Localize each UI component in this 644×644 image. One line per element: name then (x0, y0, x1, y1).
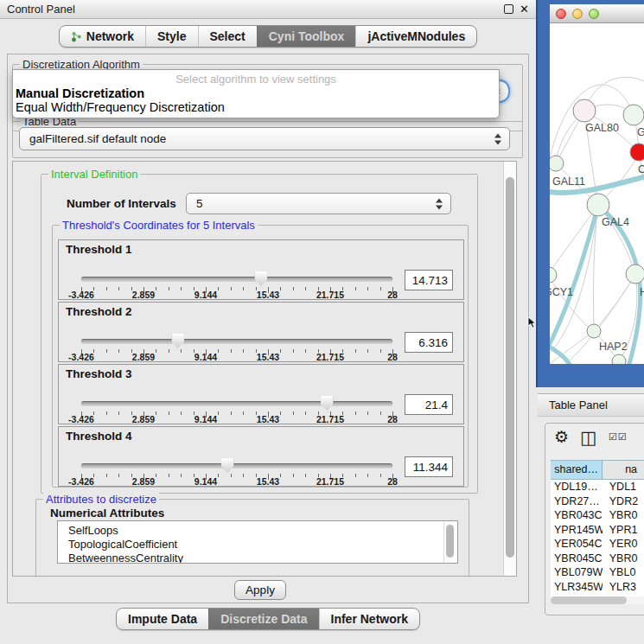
slider-thumb[interactable] (254, 271, 267, 286)
gear-icon[interactable]: ⚙ (554, 429, 569, 445)
bottom-tab-row: Impute DataDiscretize DataInfer Network (0, 608, 536, 630)
algorithm-option-manual-discretization[interactable]: Manual Discretization (13, 86, 499, 100)
network-node-h[interactable] (626, 265, 644, 284)
table-hscrollbar-thumb[interactable] (551, 596, 627, 604)
tab-infer-network[interactable]: Infer Network (319, 609, 419, 629)
cell-shared-name: YBR045C (551, 552, 603, 566)
table-panel: ⚙ ◫ ☑☑ shared… na YDL19…YDL1YDR27…YDR2YB… (545, 423, 644, 615)
cell-shared-name: YDL19… (551, 480, 603, 494)
cell-name: YBL0 (603, 565, 644, 580)
slider-thumb[interactable] (221, 458, 234, 473)
table-row[interactable]: YBR043CYBR0 (551, 508, 644, 523)
cell-shared-name: YPR145W (551, 523, 603, 538)
tab-cyni-toolbox[interactable]: Cyni Toolbox (257, 26, 356, 47)
tick-label: 2.859 (132, 290, 155, 300)
combo-arrows-icon (436, 198, 443, 209)
slider-track[interactable] (81, 277, 392, 282)
node-label: G (637, 126, 644, 138)
minimize-traffic-light-icon[interactable] (572, 9, 583, 19)
table-data-combobox[interactable]: galFiltered.sif default node (19, 127, 510, 150)
list-scrollbar[interactable] (443, 522, 456, 564)
network-node-gcy1[interactable] (550, 267, 557, 283)
tab-style[interactable]: Style (145, 26, 197, 47)
network-node-g[interactable] (623, 105, 644, 125)
table-row[interactable]: YBR045CYBR0 (551, 552, 644, 566)
algorithm-option-equal-width-frequency-discretization[interactable]: Equal Width/Frequency Discretization (13, 100, 499, 114)
apply-button[interactable]: Apply (234, 580, 286, 600)
column-header-shared-name[interactable]: shared… (551, 461, 603, 479)
node-label: GAL4 (602, 216, 629, 228)
close-icon[interactable]: ✕ (520, 5, 529, 13)
table-row[interactable]: YER054CYER0 (551, 537, 644, 552)
close-traffic-light-icon[interactable] (556, 9, 566, 19)
tick-label: 15.43 (257, 352, 279, 362)
tab-discretize-data[interactable]: Discretize Data (208, 609, 318, 629)
tab-label: Style (157, 29, 186, 43)
cell-name: YPR1 (603, 523, 644, 538)
bottom-tabs: Impute DataDiscretize DataInfer Network (116, 608, 420, 630)
tab-network[interactable]: Network (60, 26, 145, 47)
slider-track[interactable] (81, 339, 392, 344)
slider-track[interactable] (81, 401, 392, 406)
tab-impute-data[interactable]: Impute Data (117, 609, 208, 629)
table-row[interactable]: YBL079WYBL0 (551, 565, 644, 580)
table-panel-title: Table Panel (549, 399, 608, 411)
table-row[interactable]: YLR345WYLR3 (551, 580, 644, 595)
threshold-panel-3: Threshold 3-3.4262.8599.14415.4321.71528… (58, 364, 464, 424)
column-header-name[interactable]: na (603, 461, 644, 479)
tab-label: Discretize Data (220, 612, 307, 626)
threshold-slider[interactable] (81, 458, 392, 474)
attribute-item[interactable]: SelfLoops (68, 524, 457, 538)
algorithm-placeholder: Select algorithm to view settings (13, 73, 499, 86)
split-columns-icon[interactable]: ◫ (580, 429, 597, 445)
threshold-slider[interactable] (81, 271, 392, 287)
network-node-gal4[interactable] (587, 194, 609, 216)
slider-thumb[interactable] (321, 396, 334, 411)
threshold-value-field[interactable]: 6.316 (405, 332, 453, 353)
table-row[interactable]: YDR27…YDR2 (551, 494, 644, 509)
tick-label: 21.715 (316, 476, 344, 487)
network-node-c[interactable] (630, 143, 644, 161)
list-scrollbar-thumb[interactable] (446, 525, 454, 558)
tab-select[interactable]: Select (198, 26, 257, 47)
threshold-value-field[interactable]: 21.4 (405, 394, 453, 415)
network-node-gal80[interactable] (573, 99, 596, 122)
tab-label: Network (86, 29, 134, 43)
attribute-item[interactable]: TopologicalCoefficient (68, 538, 457, 552)
cell-shared-name: YDR27… (551, 494, 603, 509)
slider-thumb[interactable] (171, 334, 184, 348)
checkbox-icons[interactable]: ☑☑ (609, 431, 628, 443)
tick-label: 9.144 (194, 476, 217, 487)
zoom-traffic-light-icon[interactable] (589, 9, 599, 19)
attribute-item[interactable]: BetweennessCentrality (68, 552, 457, 564)
numerical-attributes-list[interactable]: SelfLoopsTopologicalCoefficientBetweenne… (57, 520, 458, 564)
number-of-intervals-combobox[interactable]: 5 (186, 193, 451, 214)
threshold-slider[interactable] (81, 396, 392, 411)
table-row[interactable]: YDL19…YDL1 (551, 480, 644, 494)
network-window-titlebar (550, 4, 644, 23)
tick-label: -3.426 (68, 290, 94, 300)
slider-tick-labels: -3.4262.8599.14415.4321.71528 (81, 414, 392, 424)
network-node[interactable] (612, 354, 626, 364)
tab-jactivemnodules[interactable]: jActiveMNodules (355, 26, 476, 47)
control-panel-titlebar: Control Panel ✕ (0, 0, 536, 19)
slider-track[interactable] (81, 463, 392, 469)
float-window-icon[interactable] (504, 4, 513, 14)
network-canvas[interactable]: GAL80GCGAL11GAL4GCY1HHAP2 (550, 23, 644, 364)
network-node-gal11[interactable] (550, 156, 564, 171)
settings-scrollbar-thumb[interactable] (506, 177, 514, 558)
tab-label: Infer Network (331, 612, 408, 626)
tick-label: 2.859 (132, 414, 155, 424)
network-node-hap2[interactable] (587, 324, 601, 338)
tick-label: 2.859 (132, 476, 155, 487)
settings-vertical-scrollbar[interactable] (503, 162, 516, 576)
cell-name: YBR0 (603, 508, 644, 523)
threshold-value-field[interactable]: 14.713 (405, 270, 453, 290)
threshold-value-field[interactable]: 11.344 (405, 456, 453, 477)
table-horizontal-scrollbar[interactable] (551, 596, 644, 604)
number-of-intervals-value: 5 (196, 197, 203, 210)
network-window-frame: GAL80GCGAL11GAL4GCY1HHAP2 (536, 0, 644, 387)
network-edge (594, 274, 635, 331)
threshold-slider[interactable] (81, 334, 392, 349)
table-row[interactable]: YPR145WYPR1 (551, 523, 644, 538)
